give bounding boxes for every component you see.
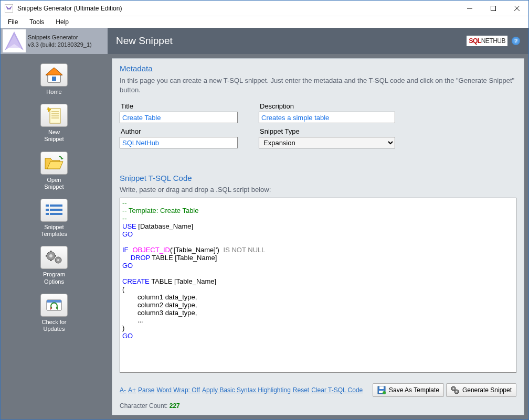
- menubar: File Tools Help: [1, 16, 528, 28]
- svg-point-43: [456, 391, 457, 393]
- metadata-heading: Metadata: [120, 64, 516, 73]
- app-icon: [5, 4, 13, 13]
- app-logo-icon: [3, 29, 26, 52]
- sidebar-item-home[interactable]: Home: [37, 63, 71, 95]
- description-label: Description: [260, 102, 395, 110]
- close-button[interactable]: [505, 1, 528, 16]
- syntax-highlight-link[interactable]: Apply Basic Syntax Highlighting: [202, 386, 291, 394]
- minimize-button[interactable]: [458, 1, 481, 16]
- page-header: New Snippet SQLNETHUB ?: [108, 28, 528, 54]
- sidebar-item-label: Check for Updates: [41, 319, 66, 332]
- sidebar-item-label: Open Snippet: [44, 177, 64, 190]
- home-icon: [45, 67, 64, 83]
- editor-toolbar: A- A+ Parse Word Wrap: Off Apply Basic S…: [120, 383, 516, 397]
- updates-icon: [45, 297, 64, 314]
- wordwrap-link[interactable]: Word Wrap: Off: [156, 386, 200, 394]
- sidebar-item-label: Snippet Templates: [41, 224, 67, 238]
- menu-file[interactable]: File: [3, 17, 23, 27]
- clear-code-link[interactable]: Clear T-SQL Code: [311, 386, 363, 394]
- generate-icon: [451, 386, 459, 394]
- window-title: Snippets Generator (Ultimate Edition): [17, 5, 458, 12]
- sidebar: Snippets Generator v3.3 (build: 20180329…: [1, 28, 108, 419]
- svg-point-39: [383, 391, 386, 394]
- svg-rect-18: [46, 204, 49, 207]
- app-version: v3.3 (build: 20180329_1): [28, 41, 92, 48]
- svg-rect-33: [47, 300, 61, 303]
- new-document-icon: [46, 106, 62, 124]
- app-header: Snippets Generator v3.3 (build: 20180329…: [1, 28, 108, 54]
- svg-rect-23: [50, 213, 62, 215]
- titlebar: Snippets Generator (Ultimate Edition): [1, 1, 528, 16]
- code-heading: Snippet T-SQL Code: [120, 174, 516, 182]
- reset-link[interactable]: Reset: [293, 386, 309, 394]
- svg-rect-19: [50, 204, 62, 207]
- sidebar-item-label: Program Options: [43, 271, 65, 285]
- svg-rect-2: [491, 6, 495, 10]
- svg-point-41: [452, 388, 454, 390]
- description-input[interactable]: [259, 112, 395, 123]
- svg-rect-37: [379, 386, 384, 389]
- menu-tools[interactable]: Tools: [24, 17, 49, 27]
- font-increase-link[interactable]: A+: [128, 386, 136, 394]
- svg-rect-10: [52, 77, 56, 81]
- snippet-type-select[interactable]: Expansion: [259, 137, 395, 148]
- metadata-instructions: In this page you can create a new T-SQL …: [120, 76, 516, 95]
- code-editor[interactable]: -- -- Template: Create Table -- USE [Dat…: [120, 198, 516, 373]
- svg-point-25: [49, 254, 52, 257]
- character-count: Character Count: 227: [120, 402, 516, 410]
- sidebar-item-new-snippet[interactable]: New Snippet: [37, 104, 71, 143]
- svg-rect-20: [46, 209, 49, 211]
- sidebar-item-templates[interactable]: Snippet Templates: [37, 199, 71, 238]
- svg-rect-21: [50, 209, 62, 211]
- folder-open-icon: [44, 155, 64, 171]
- parse-link[interactable]: Parse: [138, 386, 154, 394]
- generate-snippet-button[interactable]: Generate Snippet: [446, 383, 516, 397]
- sidebar-item-open-snippet[interactable]: Open Snippet: [37, 152, 71, 190]
- main-content: New Snippet SQLNETHUB ? Metadata In this…: [108, 28, 528, 419]
- save-icon: [377, 386, 386, 394]
- title-label: Title: [121, 102, 238, 110]
- author-input[interactable]: [120, 137, 238, 148]
- templates-icon: [45, 202, 64, 218]
- code-instructions: Write, paste or drag and drop a .SQL scr…: [120, 186, 516, 193]
- svg-marker-9: [46, 68, 62, 75]
- help-icon[interactable]: ?: [512, 37, 520, 45]
- snippet-type-label: Snippet Type: [260, 127, 395, 135]
- page-title: New Snippet: [116, 35, 467, 47]
- svg-rect-22: [46, 213, 49, 215]
- brand-logo: SQLNETHUB: [467, 36, 507, 46]
- title-input[interactable]: [120, 112, 238, 123]
- app-name: Snippets Generator: [28, 34, 92, 41]
- sidebar-item-options[interactable]: Program Options: [37, 246, 71, 285]
- font-decrease-link[interactable]: A-: [120, 386, 126, 394]
- save-template-button[interactable]: Save As Template: [373, 383, 444, 397]
- sidebar-item-label: Home: [46, 89, 61, 95]
- menu-help[interactable]: Help: [50, 17, 74, 27]
- svg-point-31: [57, 259, 59, 261]
- maximize-button[interactable]: [481, 1, 505, 16]
- author-label: Author: [121, 127, 238, 135]
- sidebar-item-updates[interactable]: Check for Updates: [37, 294, 71, 332]
- gears-icon: [45, 250, 64, 265]
- sidebar-item-label: New Snippet: [44, 129, 64, 143]
- content-panel: Metadata In this page you can create a n…: [112, 58, 524, 415]
